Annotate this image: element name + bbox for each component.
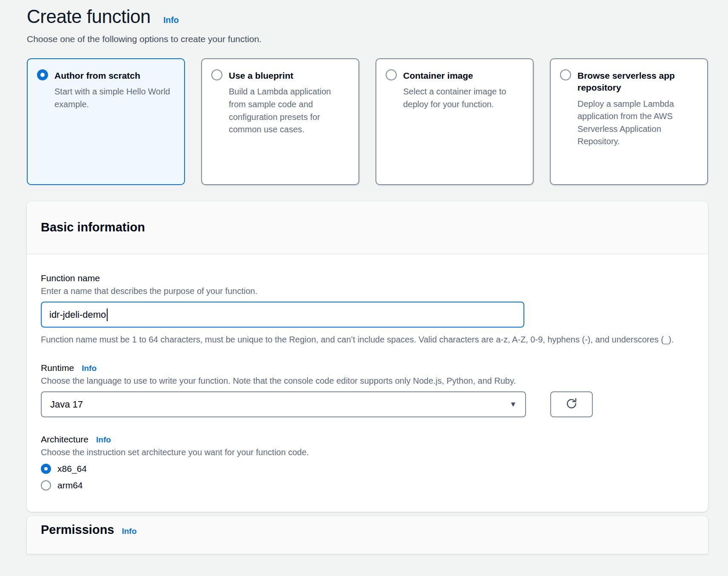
page-title-info-link[interactable]: Info [163,15,179,25]
option-card-head: Container image [386,69,523,82]
option-card-head: Browse serverless app repository [560,69,698,94]
option-card-use-a-blueprint[interactable]: Use a blueprint Build a Lambda applicati… [201,58,359,185]
x86-64-radio[interactable] [41,464,51,474]
basic-information-header: Basic information [27,201,708,254]
refresh-runtimes-button[interactable] [550,391,593,417]
permissions-info-link[interactable]: Info [122,527,136,536]
runtime-label: Runtime [41,363,74,373]
function-name-description: Enter a name that describes the purpose … [41,286,694,296]
runtime-description: Choose the language to use to write your… [41,376,694,386]
option-card-title: Browse serverless app repository [577,69,698,94]
function-name-field: Function name Enter a name that describe… [41,273,694,346]
permissions-panel: Permissions Info [27,516,708,554]
arm64-radio[interactable] [41,480,51,490]
container-image-radio[interactable] [386,69,397,80]
architecture-field: Architecture Info Choose the instruction… [41,434,694,490]
page-title-row: Create function Info [27,6,708,27]
arm64-label: arm64 [57,480,83,490]
author-from-scratch-radio[interactable] [37,69,48,80]
runtime-field: Runtime Info Choose the language to use … [41,363,694,417]
architecture-option-arm64[interactable]: arm64 [41,480,694,490]
option-card-description: Start with a simple Hello World example. [54,86,175,111]
option-card-title: Container image [403,69,473,82]
option-card-description: Select a container image to deploy for y… [403,86,523,111]
architecture-info-link[interactable]: Info [96,435,111,445]
x86-64-label: x86_64 [57,464,87,474]
option-card-title: Use a blueprint [229,69,293,82]
page-subtitle: Choose one of the following options to c… [27,34,708,44]
runtime-label-row: Runtime Info [41,363,694,373]
basic-information-heading: Basic information [41,220,694,234]
permissions-heading: Permissions [41,523,114,537]
architecture-label: Architecture [41,434,88,445]
create-function-page: Create function Info Choose one of the f… [0,0,728,554]
browse-serverless-app-repository-radio[interactable] [560,69,571,80]
architecture-radio-group: x86_64 arm64 [41,464,694,490]
chevron-down-icon: ▼ [509,400,517,409]
architecture-description: Choose the instruction set architecture … [41,448,694,457]
runtime-select-row: Java 17 ▼ [41,391,694,417]
architecture-option-x86-64[interactable]: x86_64 [41,464,694,474]
page-title: Create function [27,6,151,27]
option-card-description: Deploy a sample Lambda application from … [577,98,698,148]
basic-information-panel: Basic information Function name Enter a … [27,201,708,512]
use-a-blueprint-radio[interactable] [211,69,222,80]
creation-option-cards: Author from scratch Start with a simple … [27,58,708,185]
option-card-head: Author from scratch [37,69,175,82]
option-card-browse-serverless-app-repository[interactable]: Browse serverless app repository Deploy … [550,58,708,185]
option-card-head: Use a blueprint [211,69,349,82]
function-name-label: Function name [41,273,694,283]
option-card-description: Build a Lambda application from sample c… [229,86,349,136]
architecture-label-row: Architecture Info [41,434,694,445]
function-name-value: idr-jdeli-demo [49,309,106,320]
refresh-icon [566,398,577,411]
option-card-author-from-scratch[interactable]: Author from scratch Start with a simple … [27,58,185,185]
option-card-title: Author from scratch [54,69,140,82]
basic-information-body: Function name Enter a name that describe… [27,254,708,512]
function-name-constraint: Function name must be 1 to 64 characters… [41,333,674,346]
function-name-input[interactable]: idr-jdeli-demo [41,302,524,328]
option-card-container-image[interactable]: Container image Select a container image… [375,58,534,185]
runtime-info-link[interactable]: Info [82,364,97,373]
permissions-heading-row: Permissions Info [41,523,694,537]
text-cursor [107,308,108,321]
runtime-selected-value: Java 17 [50,399,83,410]
runtime-select[interactable]: Java 17 ▼ [41,391,526,417]
